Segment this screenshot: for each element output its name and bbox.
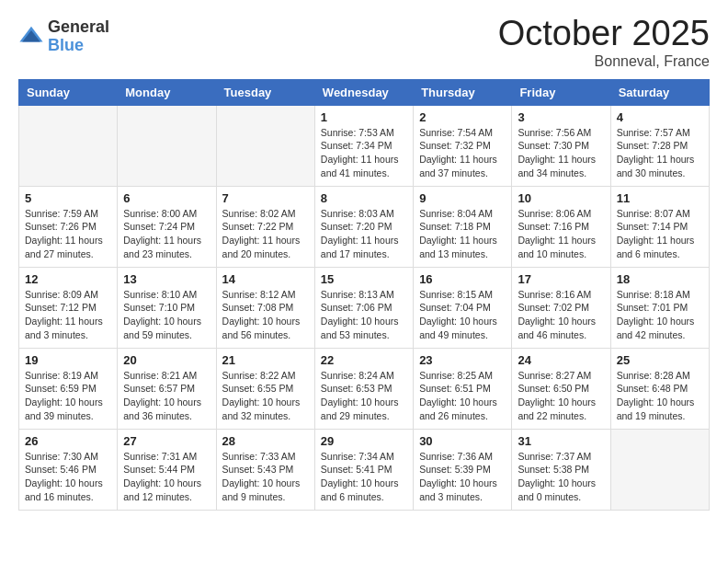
day-number: 31 (518, 434, 604, 448)
calendar-cell: 10Sunrise: 8:06 AM Sunset: 7:16 PM Dayli… (512, 186, 610, 267)
header-row: General Blue October 2025 Bonneval, Fran… (18, 15, 710, 70)
day-info: Sunrise: 8:22 AM Sunset: 6:55 PM Dayligh… (222, 369, 309, 423)
calendar-cell: 27Sunrise: 7:31 AM Sunset: 5:44 PM Dayli… (118, 429, 216, 510)
day-number: 22 (321, 353, 407, 367)
location-title: Bonneval, France (498, 53, 710, 70)
calendar-cell: 28Sunrise: 7:33 AM Sunset: 5:43 PM Dayli… (216, 429, 314, 510)
day-info: Sunrise: 8:00 AM Sunset: 7:24 PM Dayligh… (123, 207, 210, 261)
calendar-cell: 17Sunrise: 8:16 AM Sunset: 7:02 PM Dayli… (512, 267, 610, 348)
day-info: Sunrise: 7:36 AM Sunset: 5:39 PM Dayligh… (419, 450, 506, 504)
day-number: 14 (222, 272, 309, 286)
page-container: General Blue October 2025 Bonneval, Fran… (0, 0, 728, 525)
week-row-1: 1Sunrise: 7:53 AM Sunset: 7:34 PM Daylig… (19, 105, 710, 186)
calendar-cell: 6Sunrise: 8:00 AM Sunset: 7:24 PM Daylig… (118, 186, 216, 267)
week-row-5: 26Sunrise: 7:30 AM Sunset: 5:46 PM Dayli… (19, 429, 710, 510)
calendar-cell: 22Sunrise: 8:24 AM Sunset: 6:53 PM Dayli… (314, 348, 413, 429)
day-info: Sunrise: 8:13 AM Sunset: 7:06 PM Dayligh… (321, 288, 407, 342)
day-info: Sunrise: 8:09 AM Sunset: 7:12 PM Dayligh… (25, 288, 111, 342)
calendar-cell: 16Sunrise: 8:15 AM Sunset: 7:04 PM Dayli… (414, 267, 512, 348)
day-info: Sunrise: 8:07 AM Sunset: 7:14 PM Dayligh… (617, 207, 703, 261)
col-wednesday: Wednesday (314, 79, 413, 105)
calendar-cell: 21Sunrise: 8:22 AM Sunset: 6:55 PM Dayli… (216, 348, 314, 429)
col-monday: Monday (118, 79, 216, 105)
calendar-cell: 4Sunrise: 7:57 AM Sunset: 7:28 PM Daylig… (610, 105, 709, 186)
calendar-cell: 29Sunrise: 7:34 AM Sunset: 5:41 PM Dayli… (314, 429, 413, 510)
day-number: 7 (222, 191, 309, 205)
calendar-cell: 5Sunrise: 7:59 AM Sunset: 7:26 PM Daylig… (19, 186, 118, 267)
day-number: 3 (518, 110, 604, 124)
day-number: 4 (617, 110, 703, 124)
calendar-cell (610, 429, 709, 510)
day-info: Sunrise: 8:10 AM Sunset: 7:10 PM Dayligh… (123, 288, 210, 342)
calendar-cell (118, 105, 216, 186)
day-number: 15 (321, 272, 407, 286)
day-info: Sunrise: 8:15 AM Sunset: 7:04 PM Dayligh… (419, 288, 506, 342)
day-info: Sunrise: 7:33 AM Sunset: 5:43 PM Dayligh… (222, 450, 309, 504)
day-number: 26 (25, 434, 111, 448)
day-info: Sunrise: 8:25 AM Sunset: 6:51 PM Dayligh… (419, 369, 506, 423)
calendar-cell: 12Sunrise: 8:09 AM Sunset: 7:12 PM Dayli… (19, 267, 118, 348)
day-number: 16 (419, 272, 506, 286)
calendar-cell: 3Sunrise: 7:56 AM Sunset: 7:30 PM Daylig… (512, 105, 610, 186)
day-info: Sunrise: 7:31 AM Sunset: 5:44 PM Dayligh… (123, 450, 210, 504)
day-info: Sunrise: 7:56 AM Sunset: 7:30 PM Dayligh… (518, 126, 604, 180)
calendar-cell: 8Sunrise: 8:03 AM Sunset: 7:20 PM Daylig… (314, 186, 413, 267)
calendar-cell: 25Sunrise: 8:28 AM Sunset: 6:48 PM Dayli… (610, 348, 709, 429)
day-number: 12 (25, 272, 111, 286)
calendar-cell: 15Sunrise: 8:13 AM Sunset: 7:06 PM Dayli… (314, 267, 413, 348)
week-row-3: 12Sunrise: 8:09 AM Sunset: 7:12 PM Dayli… (19, 267, 710, 348)
calendar-cell (19, 105, 118, 186)
calendar-cell: 1Sunrise: 7:53 AM Sunset: 7:34 PM Daylig… (314, 105, 413, 186)
day-info: Sunrise: 8:04 AM Sunset: 7:18 PM Dayligh… (419, 207, 506, 261)
day-info: Sunrise: 8:28 AM Sunset: 6:48 PM Dayligh… (617, 369, 703, 423)
calendar-cell: 9Sunrise: 8:04 AM Sunset: 7:18 PM Daylig… (414, 186, 512, 267)
calendar-cell: 13Sunrise: 8:10 AM Sunset: 7:10 PM Dayli… (118, 267, 216, 348)
day-info: Sunrise: 7:37 AM Sunset: 5:38 PM Dayligh… (518, 450, 604, 504)
day-number: 17 (518, 272, 604, 286)
calendar-cell: 24Sunrise: 8:27 AM Sunset: 6:50 PM Dayli… (512, 348, 610, 429)
day-info: Sunrise: 8:19 AM Sunset: 6:59 PM Dayligh… (25, 369, 111, 423)
day-number: 11 (617, 191, 703, 205)
calendar-cell: 11Sunrise: 8:07 AM Sunset: 7:14 PM Dayli… (610, 186, 709, 267)
calendar-cell (216, 105, 314, 186)
day-info: Sunrise: 7:54 AM Sunset: 7:32 PM Dayligh… (419, 126, 506, 180)
day-info: Sunrise: 7:53 AM Sunset: 7:34 PM Dayligh… (321, 126, 407, 180)
logo-icon (18, 24, 44, 50)
title-block: October 2025 Bonneval, France (498, 15, 710, 70)
calendar-cell: 30Sunrise: 7:36 AM Sunset: 5:39 PM Dayli… (414, 429, 512, 510)
calendar-cell: 31Sunrise: 7:37 AM Sunset: 5:38 PM Dayli… (512, 429, 610, 510)
col-thursday: Thursday (414, 79, 512, 105)
day-info: Sunrise: 8:16 AM Sunset: 7:02 PM Dayligh… (518, 288, 604, 342)
logo-text: General Blue (48, 18, 109, 55)
calendar-cell: 20Sunrise: 8:21 AM Sunset: 6:57 PM Dayli… (118, 348, 216, 429)
calendar-cell: 23Sunrise: 8:25 AM Sunset: 6:51 PM Dayli… (414, 348, 512, 429)
col-tuesday: Tuesday (216, 79, 314, 105)
day-info: Sunrise: 8:03 AM Sunset: 7:20 PM Dayligh… (321, 207, 407, 261)
week-row-2: 5Sunrise: 7:59 AM Sunset: 7:26 PM Daylig… (19, 186, 710, 267)
day-number: 9 (419, 191, 506, 205)
col-sunday: Sunday (19, 79, 118, 105)
month-title: October 2025 (498, 15, 710, 53)
calendar-cell: 7Sunrise: 8:02 AM Sunset: 7:22 PM Daylig… (216, 186, 314, 267)
logo-general: General (48, 18, 109, 37)
day-info: Sunrise: 7:59 AM Sunset: 7:26 PM Dayligh… (25, 207, 111, 261)
day-number: 25 (617, 353, 703, 367)
calendar-cell: 26Sunrise: 7:30 AM Sunset: 5:46 PM Dayli… (19, 429, 118, 510)
day-number: 2 (419, 110, 506, 124)
day-number: 5 (25, 191, 111, 205)
day-info: Sunrise: 8:24 AM Sunset: 6:53 PM Dayligh… (321, 369, 407, 423)
logo-blue: Blue (48, 37, 109, 55)
day-info: Sunrise: 8:06 AM Sunset: 7:16 PM Dayligh… (518, 207, 604, 261)
calendar-cell: 2Sunrise: 7:54 AM Sunset: 7:32 PM Daylig… (414, 105, 512, 186)
day-number: 29 (321, 434, 407, 448)
day-number: 21 (222, 353, 309, 367)
col-friday: Friday (512, 79, 610, 105)
day-number: 6 (123, 191, 210, 205)
day-number: 19 (25, 353, 111, 367)
day-number: 28 (222, 434, 309, 448)
col-saturday: Saturday (610, 79, 709, 105)
day-number: 20 (123, 353, 210, 367)
day-info: Sunrise: 8:12 AM Sunset: 7:08 PM Dayligh… (222, 288, 309, 342)
day-info: Sunrise: 8:21 AM Sunset: 6:57 PM Dayligh… (123, 369, 210, 423)
day-number: 30 (419, 434, 506, 448)
